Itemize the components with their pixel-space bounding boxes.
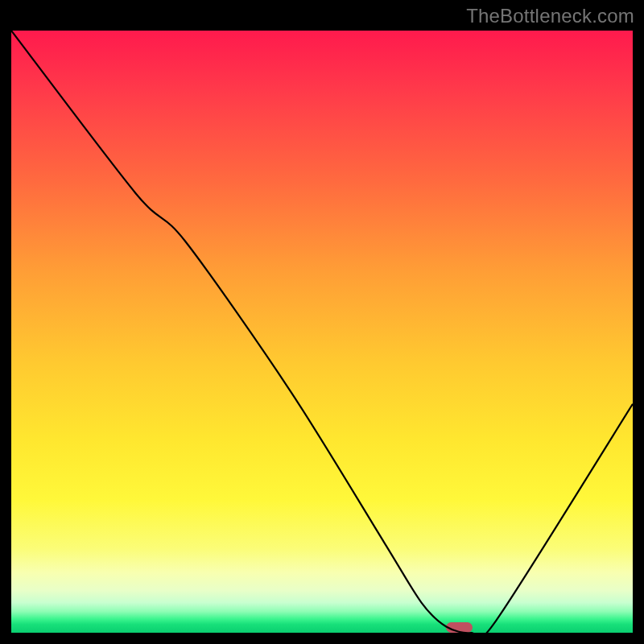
chart-frame <box>7 27 637 637</box>
bottleneck-curve-path <box>11 31 633 633</box>
optimum-marker <box>446 622 473 633</box>
watermark-text: TheBottleneck.com <box>466 5 634 27</box>
chart-plot-area <box>11 31 633 633</box>
bottleneck-line <box>11 31 633 633</box>
